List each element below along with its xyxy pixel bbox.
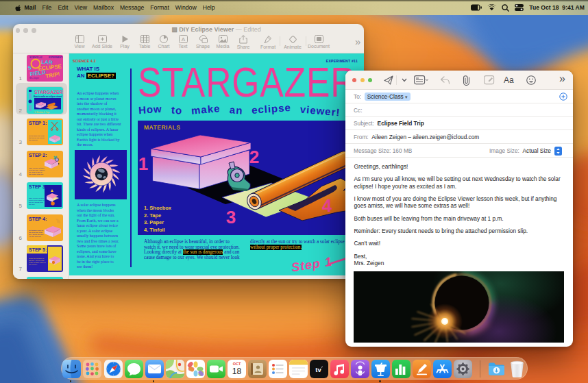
svg-text:STEP 4:: STEP 4: [29, 217, 47, 221]
svg-text:1. Shoebox: 1. Shoebox [144, 205, 172, 211]
svg-text:STEP 2:: STEP 2: [29, 153, 47, 158]
svg-text:A: A [181, 36, 185, 42]
svg-text:4. Tinfoil: 4. Tinfoil [144, 227, 165, 233]
svg-text:How to make an eclipse viewer!: How to make an eclipse viewer! [34, 95, 62, 97]
svg-text:the hole.: the hole. [29, 203, 36, 206]
svg-text:FIELD: FIELD [29, 69, 46, 77]
svg-text:4: 4 [322, 195, 332, 216]
svg-text:STARGAZER: STARGAZER [34, 90, 63, 95]
svg-text:EXPERIMENT #11: EXPERIMENT #11 [49, 56, 63, 59]
svg-text:18: 18 [232, 367, 241, 376]
svg-text:Mrs. Zeigen: Mrs. Zeigen [29, 77, 39, 79]
svg-text:the eclipse!: the eclipse! [29, 264, 37, 266]
svg-text:STEP 1:: STEP 1: [29, 121, 47, 125]
svg-text:OCT: OCT [232, 362, 241, 366]
svg-text:SCIENCE 4.2: SCIENCE 4.2 [29, 56, 42, 59]
svg-text:MATERIALS: MATERIALS [144, 124, 180, 131]
svg-text:you will look into.: you will look into. [29, 236, 41, 238]
svg-text:3. Paper: 3. Paper [144, 219, 164, 225]
svg-text:2: 2 [249, 147, 259, 167]
svg-text:the center of the foil.: the center of the foil. [29, 173, 44, 175]
svg-text:2. Tape: 2. Tape [144, 212, 161, 219]
svg-text:3: 3 [226, 207, 236, 227]
svg-text:1: 1 [138, 153, 148, 174]
svg-text:TRIP!: TRIP! [45, 71, 60, 79]
svg-text:tv: tv [315, 365, 321, 373]
svg-text:1. Shoebox 2. Tape: 1. Shoebox 2. Tape [34, 110, 50, 113]
svg-text:STEP 3:: STEP 3: [29, 184, 47, 189]
svg-text:STEP 5:: STEP 5: [29, 247, 47, 252]
svg-text:the shoebox.: the shoebox. [29, 139, 38, 141]
